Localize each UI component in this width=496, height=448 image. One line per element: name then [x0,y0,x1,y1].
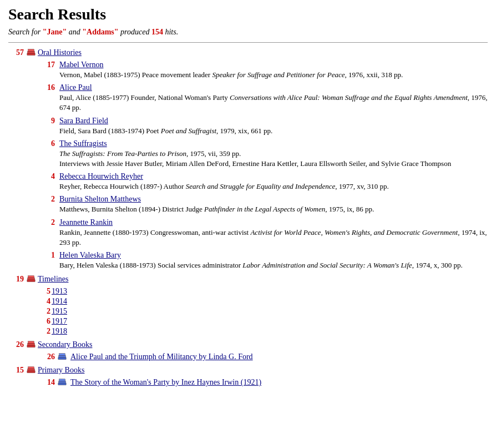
svg-rect-8 [28,341,34,344]
entry-0-3: 6The SuffragistsThe Suffragists: From Te… [39,139,488,169]
entry-title-0-7[interactable]: Helen Valeska Bary [59,251,488,260]
sub-link-3-0[interactable]: The Story of the Woman's Party by Inez H… [70,378,261,387]
timeline-link-4[interactable]: 1918 [52,327,67,336]
category-row-0: 57 Oral Histories [8,48,488,57]
category-row-3: 15 Primary Books [8,366,488,375]
sub-entry-3-0: 14 The Story of the Woman's Party by Ine… [39,378,488,387]
entry-content-0-6: Jeannette RankinRankin, Jeannette (1880-… [59,218,488,248]
search-summary: Search for "Jane" and "Addams" produced … [8,28,488,37]
timeline-link-1[interactable]: 1914 [52,297,67,306]
summary-end: hits. [163,28,178,36]
timeline-entry-0: 51913 [39,287,488,296]
category-link-3[interactable]: Primary Books [38,366,84,375]
category-book-icon-1 [26,275,38,284]
category-link-2[interactable]: Secondary Books [38,340,92,349]
timelines-1: 5191341914219156191721918 [39,287,488,336]
entry-title-0-5[interactable]: Burnita Shelton Matthews [59,195,488,204]
svg-rect-5 [28,276,34,278]
entry-0-5: 2Burnita Shelton MatthewsMatthews, Burni… [39,195,488,214]
entry-0-6: 2Jeannette RankinRankin, Jeannette (1880… [39,218,488,248]
timeline-count-1: 4 [39,297,50,306]
entry-count-0-2: 9 [39,117,55,125]
entry-title-0-3[interactable]: The Suffragists [59,139,488,148]
entry-desc-0-6: Rankin, Jeannette (1880-1973) Congresswo… [59,228,488,248]
summary-middle: and [67,28,82,36]
entry-count-0-3: 6 [39,139,55,148]
sub-link-2-0[interactable]: Alice Paul and the Triumph of Militancy … [70,353,253,361]
sub-entries-3: 14 The Story of the Woman's Party by Ine… [39,378,488,387]
sub-book-icon-3-0 [57,378,69,387]
entry-desc-0-4: Reyher, Rebecca Hourwich (1897-) Author … [59,182,488,192]
timeline-count-3: 6 [39,317,50,326]
entry-content-0-4: Rebecca Hourwich ReyherReyher, Rebecca H… [59,172,488,192]
svg-rect-6 [27,345,35,348]
svg-rect-17 [59,379,65,381]
entry-content-0-5: Burnita Shelton MatthewsMatthews, Burnit… [59,195,488,214]
svg-rect-13 [28,369,34,371]
timeline-entry-3: 61917 [39,317,488,326]
entry-content-0-0: Mabel VernonVernon, Mabel (1883-1975) Pe… [59,61,488,80]
entry-title-0-4[interactable]: Rebecca Hourwich Reyher [59,172,488,181]
search-term1: "Jane" [43,28,67,36]
summary-suffix: produced [119,28,151,36]
timeline-link-2[interactable]: 1915 [52,307,67,316]
page-title: Search Results [8,6,488,23]
category-count-2: 26 [8,340,24,349]
svg-rect-11 [59,354,65,356]
entry-desc-0-1: Paul, Alice (1885-1977) Founder, Nationa… [59,93,488,113]
category-row-2: 26 Secondary Books [8,340,488,349]
entry-content-0-1: Alice PaulPaul, Alice (1885-1977) Founde… [59,83,488,113]
timeline-count-4: 2 [39,327,50,336]
entry-count-0-4: 4 [39,172,55,181]
entry-count-0-6: 2 [39,218,55,227]
entries-0: 17Mabel VernonVernon, Mabel (1883-1975) … [39,61,488,270]
results-container: 57 Oral Histories17Mabel VernonVernon, M… [8,48,488,387]
entry-0-7: 1Helen Valeska BaryBary, Helen Valeska (… [39,251,488,270]
timeline-entry-2: 21915 [39,307,488,316]
entry-0-1: 16Alice PaulPaul, Alice (1885-1977) Foun… [39,83,488,113]
entry-0-4: 4Rebecca Hourwich ReyherReyher, Rebecca … [39,172,488,192]
entry-title-0-6[interactable]: Jeannette Rankin [59,218,488,227]
svg-rect-14 [28,367,34,369]
category-link-1[interactable]: Timelines [38,275,69,284]
entry-desc-0-7: Bary, Helen Valeska (1888-1973) Social s… [59,260,488,270]
sub-entries-2: 26 Alice Paul and the Triumph of Militan… [39,353,488,361]
timeline-entry-1: 41914 [39,297,488,306]
search-term2: "Addams" [82,28,118,36]
entry-title-0-2[interactable]: Sara Bard Field [59,117,488,125]
sub-count-3-0: 14 [39,378,55,387]
category-count-0: 57 [8,48,24,57]
entry-count-0-0: 17 [39,61,55,69]
entry-content-0-7: Helen Valeska BaryBary, Helen Valeska (1… [59,251,488,270]
timeline-entry-4: 21918 [39,327,488,336]
timeline-count-2: 2 [39,307,50,316]
sub-book-icon-2-0 [57,353,69,361]
entry-title-0-0[interactable]: Mabel Vernon [59,61,488,69]
entry-count-0-5: 2 [39,195,55,204]
category-book-icon-3 [26,366,38,375]
entry-title-0-1[interactable]: Alice Paul [59,83,488,92]
category-count-1: 19 [8,275,24,284]
svg-rect-2 [28,49,34,52]
entry-content-0-2: Sara Bard FieldField, Sara Bard (1883-19… [59,117,488,136]
divider [8,42,488,43]
result-count: 154 [151,28,163,36]
category-count-3: 15 [8,366,24,375]
svg-rect-7 [28,343,34,345]
category-link-0[interactable]: Oral Histories [38,48,82,57]
svg-rect-12 [27,371,35,373]
entry-content-0-3: The SuffragistsThe Suffragists: From Tea… [59,139,488,169]
svg-rect-9 [58,358,66,360]
summary-prefix: Search for [8,28,43,36]
entry-desc-0-3: The Suffragists: From Tea-Parties to Pri… [59,149,488,169]
timeline-link-0[interactable]: 1913 [52,287,67,296]
sub-count-2-0: 26 [39,353,55,361]
svg-rect-15 [58,383,66,385]
timeline-link-3[interactable]: 1917 [52,317,67,326]
entry-count-0-1: 16 [39,83,55,92]
timeline-count-0: 5 [39,287,50,296]
svg-rect-1 [28,51,34,53]
svg-rect-16 [59,381,65,383]
entry-desc-0-5: Matthews, Burnita Shelton (1894-) Distri… [59,204,488,214]
svg-rect-4 [28,278,34,280]
